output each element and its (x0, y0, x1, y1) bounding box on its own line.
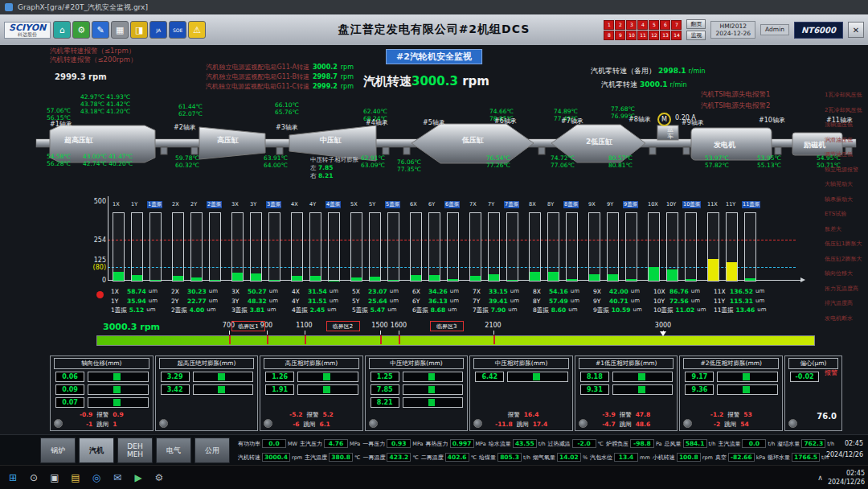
window-titlebar[interactable]: GraphX-[gra/#20T_汽机安全监视.grx] (0, 0, 868, 14)
alarm-list-item[interactable]: 2瓦冷却风压低 (825, 107, 868, 113)
vib-point-value[interactable]: 2.45 (310, 306, 326, 315)
home-icon[interactable]: ⌂ (53, 21, 71, 39)
vib-point-value[interactable]: 8.68 (431, 306, 446, 315)
readout-value[interactable]: 762.3 (801, 439, 825, 448)
vib-point-value[interactable]: 5.12 (129, 306, 145, 315)
vib-point-value[interactable]: 10.59 (612, 306, 631, 315)
vib-point-value[interactable]: 42.00 (609, 287, 628, 297)
vib-point-value[interactable]: 25.64 (368, 297, 387, 306)
vib-point-value[interactable]: 39.41 (489, 297, 508, 306)
alarm-list-item[interactable]: 1瓦冷却风压低 (825, 92, 868, 98)
alarm-tile[interactable]: 2 (615, 20, 625, 30)
vib-point-value[interactable]: 136.52 (730, 287, 753, 297)
gear-icon[interactable]: ⚙ (72, 21, 90, 39)
vib-point-value[interactable]: 30.23 (187, 287, 207, 297)
nav-button-DEH-MEH[interactable]: DEHMEH (117, 438, 153, 463)
value-box[interactable]: 9.31 (580, 384, 609, 395)
readout-value[interactable]: 4.76 (324, 439, 348, 448)
readout-value[interactable]: 380.8 (329, 453, 353, 462)
alarm-list-item[interactable]: 润滑油压低 (825, 137, 868, 143)
alarm-tile[interactable]: 8 (604, 31, 614, 40)
alarm-tile[interactable]: 3 (626, 20, 637, 30)
vib-point-value[interactable]: 7.90 (491, 306, 506, 315)
alarm-list-item[interactable]: 调节油压低 (825, 151, 868, 158)
alarm-tile[interactable]: 10 (626, 31, 637, 40)
vib-point-value[interactable]: 4.00 (190, 306, 205, 315)
alarm-list-item[interactable]: 顶轴油压低 (825, 121, 868, 128)
alarm-list-item[interactable]: ETS试验 (825, 211, 868, 217)
value-box[interactable]: 0.07 (55, 397, 84, 408)
value-box[interactable]: 1.91 (265, 384, 294, 395)
readout-value[interactable]: 3000.4 (262, 453, 290, 462)
value-box[interactable]: 7.85 (371, 384, 399, 395)
tray-chevron-icon[interactable]: ∧ (814, 474, 826, 482)
browser-icon[interactable]: ◎ (87, 468, 106, 487)
readout-value[interactable]: -82.66 (728, 453, 755, 462)
readout-value[interactable]: 100.8 (677, 453, 701, 462)
vib-point-value[interactable]: 48.32 (248, 297, 267, 306)
value-box[interactable]: 6.42 (475, 372, 504, 382)
alarm-tile[interactable]: 11 (637, 31, 648, 40)
value-box[interactable]: 1.26 (265, 372, 294, 382)
readout-value[interactable]: 0.997 (450, 439, 474, 448)
start-button[interactable]: ⊞ (3, 468, 23, 487)
readout-value[interactable]: 584.1 (683, 439, 707, 448)
nav-button-公用[interactable]: 公用 (194, 438, 230, 463)
value-box[interactable]: -0.02 (790, 372, 819, 382)
vib-point-value[interactable]: 22.77 (187, 297, 207, 306)
value-box[interactable]: 9.36 (685, 384, 714, 395)
readout-value[interactable]: 0.93 (387, 439, 411, 448)
vib-point-value[interactable]: 13.46 (736, 306, 755, 315)
vib-point-value[interactable]: 31.54 (308, 287, 327, 297)
alarm-tile[interactable]: 9 (615, 31, 625, 40)
settings-icon[interactable]: ⚙ (149, 468, 169, 487)
vib-point-value[interactable]: 50.27 (248, 287, 267, 297)
readout-value[interactable]: 805.3 (497, 453, 522, 462)
soe-icon[interactable]: SOE (169, 21, 186, 39)
alarm-tile[interactable]: 5 (649, 20, 659, 30)
alarm-list-item[interactable]: 大轴晃动大 (825, 181, 868, 187)
vib-point-value[interactable]: 58.74 (127, 287, 146, 297)
vib-point-value[interactable]: 23.07 (368, 287, 387, 297)
alarm-tile[interactable]: 14 (671, 31, 682, 40)
value-box[interactable]: 8.21 (371, 397, 399, 408)
value-box[interactable]: 8.18 (580, 372, 609, 382)
readout-value[interactable]: 0.0 (742, 439, 766, 448)
alarm-bell-icon[interactable]: ⚠ (188, 21, 206, 39)
vib-point-value[interactable]: 54.16 (549, 287, 568, 297)
vib-point-value[interactable]: 57.49 (549, 297, 568, 306)
vib-point-value[interactable]: 34.26 (428, 287, 448, 297)
readout-value[interactable]: 43.55 (513, 439, 537, 448)
alarm-list-item[interactable]: 独立电源报警 (825, 166, 868, 173)
search-icon[interactable]: ⊙ (24, 468, 43, 487)
value-box[interactable]: 3.42 (161, 384, 190, 395)
monitor-button[interactable]: 监视 (686, 31, 706, 40)
readout-value[interactable]: 0.0 (262, 439, 286, 448)
vib-point-value[interactable]: 36.13 (428, 297, 448, 306)
vib-point-value[interactable]: 3.81 (250, 306, 265, 315)
vib-point-value[interactable]: 72.56 (669, 297, 689, 306)
readout-value[interactable]: 14.02 (557, 453, 581, 462)
edit-icon[interactable]: ✎ (92, 21, 109, 39)
alarm-list-item[interactable]: 低压缸2膨胀大 (825, 256, 868, 262)
vib-point-value[interactable]: 35.94 (127, 297, 146, 306)
alarm-tile[interactable]: 13 (660, 31, 670, 40)
vib-point-value[interactable]: 11.02 (676, 306, 695, 315)
alarm-tile[interactable]: 12 (649, 31, 659, 40)
readout-value[interactable]: 13.4 (614, 453, 638, 462)
alarm-tile[interactable]: 4 (637, 20, 648, 30)
alarm-list-item[interactable]: 轴向位移大 (825, 270, 868, 277)
value-box[interactable]: 0.09 (55, 384, 84, 395)
vib-point-value[interactable]: 8.60 (551, 306, 567, 315)
readout-value[interactable]: 423.2 (387, 453, 411, 462)
readout-value[interactable]: -98.8 (630, 439, 654, 448)
vib-point-value[interactable]: 86.76 (669, 287, 689, 297)
alarm-list-item[interactable]: 低压缸1膨胀大 (825, 240, 868, 247)
vib-point-value[interactable]: 33.15 (489, 287, 508, 297)
close-button[interactable]: ✕ (848, 22, 864, 38)
alarm-tile[interactable]: 6 (660, 20, 670, 30)
vib-point-value[interactable]: 40.71 (609, 297, 628, 306)
vib-point-value[interactable]: 115.31 (730, 297, 753, 306)
alarm-list-item[interactable]: 排汽温度高 (825, 300, 868, 306)
layers-icon[interactable]: ◨ (130, 21, 148, 39)
